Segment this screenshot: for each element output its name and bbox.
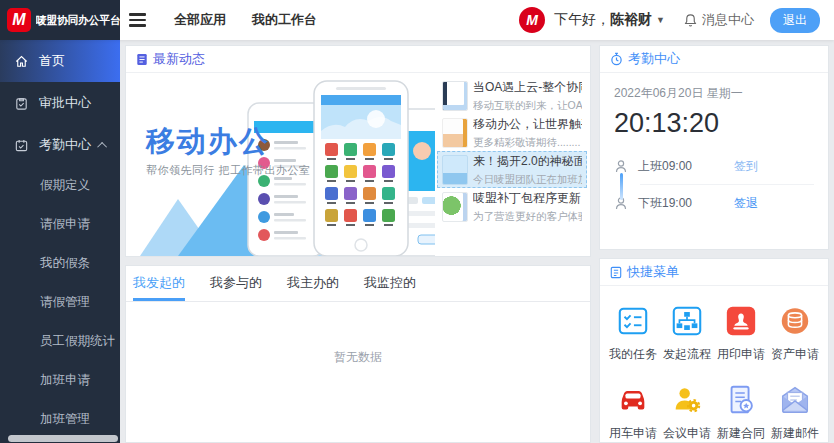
sidebar-subitem-employee-holiday-stats[interactable]: 员工假期统计 [0,322,120,361]
quick-item-label: 新建邮件 [768,425,822,442]
chevron-down-icon[interactable]: ▼ [656,15,665,25]
check-in-link[interactable]: 签到 [734,158,758,175]
bell-icon[interactable] [683,13,698,28]
banner-headline: 移动办公 [146,122,270,162]
shift-label: 下班19:00 [638,195,708,212]
stopwatch-icon [610,52,623,66]
top-header: M 唛盟协同办公平台 全部应用 我的工作台 M 下午好，陈裕财 ▼ 消息中心 退… [0,0,834,40]
news-carousel[interactable]: 移动办公 帮你领先同行 把工作带出办公室 [126,73,435,256]
news-desc: 今日唛盟团队正在加班加点， [473,173,582,187]
news-title: 唛盟补丁包程序更新 [473,190,582,207]
sidebar-subitem-overtime-management[interactable]: 加班管理 [0,400,120,439]
sidebar-subitem-overtime-request[interactable]: 加班申请 [0,361,120,400]
quick-item-label: 用车申请 [606,425,660,442]
tab-initiated-by-me[interactable]: 我发起的 [133,266,185,301]
panel-title: 快捷菜单 [627,263,679,281]
username: 陈裕财 [610,11,652,27]
quick-item-label: 资产申请 [768,346,822,363]
quick-item-label: 会议申请 [660,425,714,442]
sidebar-item-attendance-center[interactable]: 考勤中心 [0,124,120,166]
person-icon [614,159,628,174]
contract-icon [724,383,758,417]
brand: M 唛盟协同办公平台 [0,0,120,40]
quick-item-vehicle-request[interactable]: 用车申请 [606,383,660,442]
greeting-text: 下午好， [554,11,610,27]
news-item[interactable]: 移动办公，让世界触手可 更多精彩敬请期待........ [437,114,587,151]
news-desc: 为了营造更好的客户体验，唛 [473,210,582,224]
news-thumbnail [442,118,468,148]
home-icon [14,54,29,69]
quick-item-label: 新建合同 [714,425,768,442]
attendance-date: 2022年06月20日 星期一 [614,85,814,102]
user-greeting[interactable]: 下午好，陈裕财 [554,11,652,29]
menu-list-icon [610,266,622,279]
sidebar-subitem-leave-request[interactable]: 请假申请 [0,205,120,244]
empty-state-text: 暂无数据 [126,302,590,366]
logout-button[interactable]: 退出 [770,8,820,33]
app-logo: M [7,8,31,32]
clipboard-icon [14,96,29,111]
sidebar-subitem-my-leave-slips[interactable]: 我的假条 [0,244,120,283]
menu-toggle-icon[interactable] [129,10,146,30]
news-title: 当OA遇上云-整个协同OA [473,79,582,96]
mail-icon [778,383,812,417]
quick-menu-header: 快捷菜单 [600,259,828,286]
header-right: M 下午好，陈裕财 ▼ 消息中心 退出 [519,7,834,33]
nav-my-workbench[interactable]: 我的工作台 [252,11,317,29]
news-thumbnail [442,81,468,111]
sidebar-subitem-holiday-definition[interactable]: 假期定义 [0,166,120,205]
timeline-line [620,173,623,200]
user-avatar[interactable]: M [519,7,545,33]
news-item[interactable]: 当OA遇上云-整个协同OA 移动互联的到来，让OA与云 [437,77,587,114]
shift-label: 上班09:00 [638,158,708,175]
banner-subline: 帮你领先同行 把工作带出办公室 [146,163,311,178]
quick-item-start-flow[interactable]: 发起流程 [660,304,714,363]
stamp-icon [724,304,758,338]
attendance-clock: 20:13:20 [614,108,814,139]
sidebar-item-approval-center[interactable]: 审批中心 [0,82,120,124]
horizontal-scrollbar-thumb[interactable] [8,435,118,442]
quick-item-my-tasks[interactable]: 我的任务 [606,304,660,363]
divider [640,184,814,185]
news-desc: 更多精彩敬请期待........ [473,136,582,150]
quick-menu-panel: 快捷菜单 我的任务 发起流程 [599,258,829,443]
quick-menu-grid: 我的任务 发起流程 用印申请 [600,286,828,442]
quick-item-new-mail[interactable]: 新建邮件 [768,383,822,442]
calendar-icon [14,138,29,153]
sidebar-item-label: 审批中心 [39,94,91,112]
news-thumbnail [442,192,468,222]
my-tasks-panel: 我发起的 我参与的 我主办的 我监控的 暂无数据 [125,265,591,443]
quick-item-label: 用印申请 [714,346,768,363]
tasks-tab-bar: 我发起的 我参与的 我主办的 我监控的 [126,266,590,302]
check-out-link[interactable]: 签退 [734,195,758,212]
attendance-header: 考勤中心 [600,46,828,73]
flow-icon [670,304,704,338]
quick-item-seal-request[interactable]: 用印申请 [714,304,768,363]
tab-hosted-by-me[interactable]: 我主办的 [287,266,339,301]
news-list: 当OA遇上云-整个协同OA 移动互联的到来，让OA与云 移动办公，让世界触手可 … [435,73,590,256]
quick-item-new-contract[interactable]: 新建合同 [714,383,768,442]
sidebar-item-label: 首页 [39,52,65,70]
sidebar-subitem-leave-management[interactable]: 请假管理 [0,283,120,322]
attendance-rows: 上班09:00 签到 下班19:00 签退 [614,153,814,216]
quick-item-meeting-request[interactable]: 会议申请 [660,383,714,442]
latest-news-panel: 最新动态 [125,45,591,257]
quick-item-asset-request[interactable]: 资产申请 [768,304,822,363]
tab-participated-by-me[interactable]: 我参与的 [210,266,262,301]
attendance-panel: 考勤中心 2022年06月20日 星期一 20:13:20 上班09:00 签到… [599,45,829,250]
message-center-link[interactable]: 消息中心 [702,11,754,29]
meeting-icon [670,383,704,417]
panel-title: 最新动态 [153,50,205,68]
news-item-active[interactable]: 来！揭开2.0的神秘面纱- 今日唛盟团队正在加班加点， [437,151,587,188]
tab-monitored-by-me[interactable]: 我监控的 [364,266,416,301]
car-icon [616,383,650,417]
quick-item-label: 我的任务 [606,346,660,363]
news-desc: 移动互联的到来，让OA与云 [473,99,582,113]
nav-all-apps[interactable]: 全部应用 [174,11,226,29]
news-title: 来！揭开2.0的神秘面纱- [473,153,582,170]
sidebar-item-home[interactable]: 首页 [0,40,120,82]
news-item[interactable]: 唛盟补丁包程序更新 为了营造更好的客户体验，唛 [437,188,587,225]
sidebar: 首页 审批中心 考勤中心 假期定义 请假申请 我的假条 请假管理 员工假期统计 … [0,40,120,443]
asset-icon [778,304,812,338]
panel-title: 考勤中心 [628,50,680,68]
